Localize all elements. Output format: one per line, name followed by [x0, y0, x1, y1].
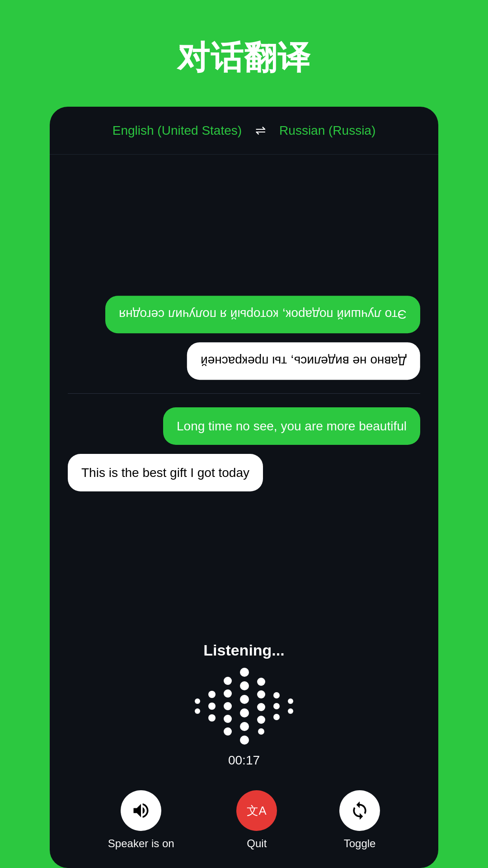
wave-col-4	[240, 668, 249, 745]
toggle-icon	[350, 801, 370, 821]
speaker-icon	[131, 801, 151, 821]
app-title: 对话翻译	[177, 36, 311, 80]
wave-col-7	[288, 698, 293, 714]
speaker-label: Speaker is on	[108, 837, 174, 850]
toggle-control: Toggle	[339, 790, 380, 850]
quit-button[interactable]: 文A	[236, 790, 277, 831]
chat-area: Это лучший подарок, который я получил се…	[50, 155, 438, 632]
wave-col-3	[224, 677, 232, 736]
speaker-button[interactable]	[121, 790, 161, 831]
swap-icon[interactable]: ⇌	[255, 123, 266, 138]
svg-text:文A: 文A	[247, 804, 267, 817]
listen-area: Listening...	[50, 632, 438, 786]
lower-chat-section: Long time no see, you are more beautiful…	[68, 394, 420, 619]
quit-label: Quit	[247, 837, 267, 850]
upper-chat-section: Это лучший подарок, который я получил се…	[68, 168, 420, 394]
quit-control: 文A Quit	[236, 790, 277, 850]
wave-col-1	[195, 698, 200, 714]
wave-col-2	[208, 691, 216, 722]
message-bubble-ru-2: Давно не виделись, ты прекрасней	[187, 342, 420, 380]
controls-bar: Speaker is on 文A Quit Toggle	[50, 786, 438, 850]
main-card: English (United States) ⇌ Russian (Russi…	[50, 107, 438, 868]
source-language[interactable]: English (United States)	[113, 123, 242, 138]
target-language[interactable]: Russian (Russia)	[279, 123, 375, 138]
waveform	[195, 670, 293, 742]
wave-col-5	[257, 678, 265, 735]
message-bubble-en-1: Long time no see, you are more beautiful	[163, 407, 420, 445]
wave-col-6	[273, 692, 280, 720]
language-bar: English (United States) ⇌ Russian (Russi…	[50, 107, 438, 155]
message-bubble-ru-1: Это лучший подарок, который я получил се…	[105, 296, 420, 333]
listening-label: Listening...	[203, 642, 284, 659]
toggle-button[interactable]	[339, 790, 380, 831]
speaker-control: Speaker is on	[108, 790, 174, 850]
toggle-label: Toggle	[344, 837, 376, 850]
message-bubble-en-2: This is the best gift I got today	[68, 454, 263, 491]
timer: 00:17	[228, 753, 260, 768]
translate-icon: 文A	[247, 801, 267, 821]
